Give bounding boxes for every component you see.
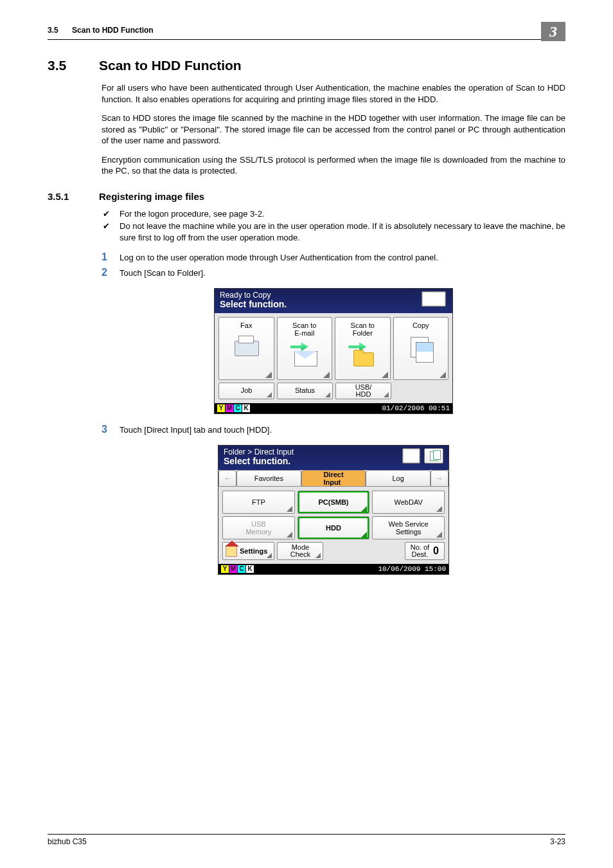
screen1-statusbar: YMCK 01/02/2006 00:51 xyxy=(215,403,452,413)
dest-count-box: No. ofDest. 0 xyxy=(405,542,445,560)
cell-ftp[interactable]: FTP xyxy=(222,491,295,514)
tab-prev[interactable]: ← xyxy=(218,470,236,487)
tile-label: Copy xyxy=(394,318,449,329)
intro-paragraph-3: Encryption communication using the SSL/T… xyxy=(102,154,565,177)
cell-label: Web Service xyxy=(389,520,429,528)
toner-indicator: YMCK xyxy=(217,404,251,412)
tab-direct-input[interactable]: DirectInput xyxy=(301,470,366,487)
tab-label: Favorites xyxy=(254,475,283,482)
mail-icon xyxy=(289,341,320,369)
screen2-titlebar: Folder > Direct Input Select function. ? xyxy=(218,446,449,471)
step-2: 2 Touch [Scan to Folder]. xyxy=(102,266,565,279)
cell-label: Memory xyxy=(245,528,271,536)
fax-icon xyxy=(231,333,262,361)
settings-button[interactable]: Settings xyxy=(222,542,274,560)
cell-web-service-settings[interactable]: Web ServiceSettings xyxy=(372,516,445,539)
tile-label: Scan to xyxy=(351,321,375,329)
tile-label: Scan to xyxy=(292,321,316,329)
check-item: For the logon procedure, see page 3-2. xyxy=(102,208,565,220)
cell-label: PC(SMB) xyxy=(318,498,348,506)
button-job[interactable]: Job xyxy=(218,383,274,399)
section-number: 3.5 xyxy=(48,58,99,73)
tab-next[interactable]: → xyxy=(431,470,449,487)
step-text: Touch [Scan to Folder]. xyxy=(120,266,565,279)
button-label: HDD xyxy=(356,390,371,398)
subsection-number: 3.5.1 xyxy=(48,191,99,202)
document-button[interactable] xyxy=(424,448,443,464)
cell-hdd[interactable]: HDD xyxy=(298,516,370,539)
screen1-titlebar: Ready to Copy Select function. ? xyxy=(215,289,452,314)
cell-label: FTP xyxy=(252,498,265,506)
chapter-number-box: 3 xyxy=(541,22,565,41)
subsection-heading-text: Registering image files xyxy=(99,191,204,202)
tab-label: Direct xyxy=(323,471,343,478)
footer-right: 3-23 xyxy=(550,837,565,846)
button-label: Mode xyxy=(292,543,310,551)
step-text: Touch [Direct Input] tab and touch [HDD]… xyxy=(120,423,565,436)
subsection-title: 3.5.1Registering image files xyxy=(48,191,565,202)
screen1-title-line2: Select function. xyxy=(220,300,447,309)
dest-label: No. of xyxy=(411,543,429,551)
screen2-statusbar: YMCK 10/06/2009 15:00 xyxy=(218,564,449,574)
check-item: Do not leave the machine while you are i… xyxy=(102,221,565,243)
tab-label: Input xyxy=(323,478,341,486)
tab-label: Log xyxy=(393,475,404,482)
dest-count: 0 xyxy=(433,545,439,557)
header-section-num: 3.5 xyxy=(48,26,58,35)
cell-label: Settings xyxy=(396,528,422,536)
button-label: Job xyxy=(241,387,253,395)
button-status[interactable]: Status xyxy=(277,383,333,399)
toner-indicator: YMCK xyxy=(221,565,254,573)
cell-label: USB xyxy=(251,520,266,528)
copy-icon xyxy=(405,333,436,361)
cell-label: WebDAV xyxy=(395,498,423,506)
button-label: Check xyxy=(290,550,310,558)
help-button[interactable]: ? xyxy=(422,291,446,307)
footer-left: bizhub C35 xyxy=(48,837,87,846)
tile-label: Fax xyxy=(219,318,274,329)
tile-scan-to-email[interactable]: Scan toE-mail xyxy=(277,317,333,380)
mode-check-button[interactable]: ModeCheck xyxy=(277,542,323,560)
page-footer: bizhub C35 3-23 xyxy=(48,834,565,846)
button-usb-hdd[interactable]: USB/HDD xyxy=(335,383,391,399)
tile-scan-to-folder[interactable]: Scan toFolder xyxy=(335,317,391,380)
check-list: For the logon procedure, see page 3-2. D… xyxy=(102,208,565,244)
button-label: Status xyxy=(295,387,315,395)
dest-label: Dest. xyxy=(412,550,429,558)
screen-direct-input: Folder > Direct Input Select function. ?… xyxy=(218,445,449,575)
tile-label: E-mail xyxy=(294,329,314,337)
section-title: 3.5Scan to HDD Function xyxy=(48,58,565,73)
intro-paragraph-1: For all users who have been authenticate… xyxy=(102,82,565,105)
step-text: Log on to the user operation mode throug… xyxy=(120,251,565,264)
step-3: 3 Touch [Direct Input] tab and touch [HD… xyxy=(102,423,565,436)
screen1-title-line1: Ready to Copy xyxy=(220,291,447,300)
help-button[interactable]: ? xyxy=(402,448,420,464)
tile-label: Folder xyxy=(353,329,373,337)
tabs: ← Favorites DirectInput Log → xyxy=(218,470,449,487)
page-header: 3.5 Scan to HDD Function 3 xyxy=(48,22,565,40)
tab-favorites[interactable]: Favorites xyxy=(236,470,301,487)
cell-webdav[interactable]: WebDAV xyxy=(372,491,445,514)
cell-usb-memory[interactable]: USBMemory xyxy=(222,516,295,539)
button-label: Settings xyxy=(240,547,267,555)
screen-select-function: Ready to Copy Select function. ? Fax Sca… xyxy=(214,288,453,415)
intro-paragraph-2: Scan to HDD stores the image file scanne… xyxy=(102,113,565,147)
step-1: 1 Log on to the user operation mode thro… xyxy=(102,251,565,264)
screen1-timestamp: 01/02/2006 00:51 xyxy=(382,404,450,412)
step-number: 3 xyxy=(102,423,120,436)
cell-pc-smb[interactable]: PC(SMB) xyxy=(298,491,370,514)
header-section-name: Scan to HDD Function xyxy=(72,26,154,35)
step-number: 1 xyxy=(102,251,120,264)
tab-log[interactable]: Log xyxy=(366,470,431,487)
folder-icon xyxy=(347,341,378,369)
tile-fax[interactable]: Fax xyxy=(218,317,274,380)
tile-copy[interactable]: Copy xyxy=(393,317,449,380)
cell-label: HDD xyxy=(326,524,341,532)
button-label: USB/ xyxy=(355,383,372,391)
section-heading-text: Scan to HDD Function xyxy=(99,58,242,73)
home-icon xyxy=(226,545,237,557)
screen2-timestamp: 10/06/2009 15:00 xyxy=(378,565,446,573)
step-number: 2 xyxy=(102,266,120,279)
